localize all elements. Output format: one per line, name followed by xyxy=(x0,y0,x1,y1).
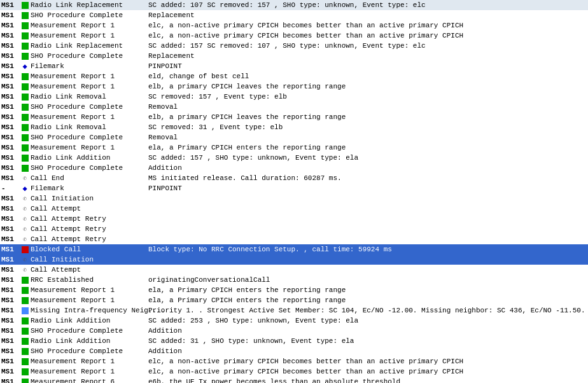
table-row[interactable]: MS1 Missing Intra-frequency Neig.... Pri… xyxy=(0,305,588,316)
cell-event: Call Attempt xyxy=(31,266,148,274)
table-row[interactable]: MS1 ✆ Call End MS initiated release. Cal… xyxy=(0,173,588,183)
cell-event: Call Initiation xyxy=(31,195,148,202)
cell-detail: Addition xyxy=(148,327,587,335)
cell-detail: elc, a non-active primary CPICH becomes … xyxy=(148,32,587,39)
table-row[interactable]: MS1 ✆ Call Initiation xyxy=(0,193,588,204)
cell-event: Missing Intra-frequency Neig.... xyxy=(31,307,148,314)
cell-source: MS1 xyxy=(1,1,19,9)
table-row[interactable]: MS1 Measurement Report 1 elc, a non-acti… xyxy=(0,20,588,31)
cell-event: SHO Procedure Complete xyxy=(31,164,148,172)
cell-source: MS1 xyxy=(1,42,19,50)
table-row[interactable]: MS1 Radio Link Replacement SC added: 157… xyxy=(0,41,588,51)
cell-detail: SC removed: 157 , Event type: elb xyxy=(148,93,587,101)
table-row[interactable]: MS1 ✆ Call Attempt Retry xyxy=(0,234,588,244)
cell-icon: ✆ xyxy=(19,267,31,274)
table-row[interactable]: MS1 Radio Link Addition SC added: 31 , S… xyxy=(0,336,588,346)
cell-detail: ela, a Primary CPICH enters the reportin… xyxy=(148,296,587,304)
cell-source: MS1 xyxy=(1,256,19,263)
table-row[interactable]: MS1 SHO Procedure Complete Addition xyxy=(0,346,588,356)
cell-event: Filemark xyxy=(31,62,148,70)
table-row[interactable]: MS1 Measurement Report 6 e6b, the UE Tx … xyxy=(0,377,588,383)
cell-event: Blocked Call xyxy=(31,246,148,253)
cell-event: Call Attempt Retry xyxy=(31,235,148,243)
table-row[interactable]: MS1 Blocked Call Block type: No RRC Conn… xyxy=(0,244,588,254)
table-row[interactable]: MS1 Measurement Report 1 elc, a non-acti… xyxy=(0,31,588,41)
table-row[interactable]: MS1 Radio Link Removal SC removed: 157 ,… xyxy=(0,92,588,102)
table-row[interactable]: MS1 Measurement Report 1 ela, a Primary … xyxy=(0,295,588,305)
table-row[interactable]: MS1 Measurement Report 1 elc, a non-acti… xyxy=(0,366,588,377)
table-row[interactable]: MS1 Measurement Report 1 ela, a Primary … xyxy=(0,143,588,153)
cell-detail: MS initiated release. Call duration: 602… xyxy=(148,174,587,182)
cell-event: Measurement Report 1 xyxy=(31,368,148,375)
cell-event: SHO Procedure Complete xyxy=(31,103,148,111)
table-row[interactable]: MS1 SHO Procedure Complete Removal xyxy=(0,132,588,143)
cell-event: Measurement Report 1 xyxy=(31,32,148,39)
table-row[interactable]: MS1 Radio Link Addition SC added: 157 , … xyxy=(0,153,588,163)
cell-source: - xyxy=(1,185,19,192)
cell-icon xyxy=(19,328,31,335)
cell-icon: ◆ xyxy=(19,184,31,193)
cell-event: Measurement Report 1 xyxy=(31,296,148,304)
table-row[interactable]: MS1 ✆ Call Attempt Retry xyxy=(0,214,588,224)
cell-detail: Replacement xyxy=(148,52,587,60)
cell-source: MS1 xyxy=(1,195,19,202)
cell-source: MS1 xyxy=(1,225,19,233)
cell-icon xyxy=(19,155,31,162)
table-row[interactable]: MS1 Measurement Report 1 ela, a Primary … xyxy=(0,285,588,295)
table-row[interactable]: - ◆ Filemark PINPOINT xyxy=(0,183,588,193)
table-row[interactable]: MS1 Radio Link Addition SC added: 253 , … xyxy=(0,316,588,326)
cell-icon: ✆ xyxy=(19,256,31,263)
cell-icon xyxy=(19,348,31,355)
cell-source: MS1 xyxy=(1,266,19,274)
table-row[interactable]: MS1 ✆ Call Attempt Retry xyxy=(0,224,588,234)
cell-source: MS1 xyxy=(1,246,19,253)
cell-detail: SC added: 253 , SHO type: unknown, Event… xyxy=(148,317,587,324)
cell-detail: Addition xyxy=(148,164,587,172)
cell-icon xyxy=(19,144,31,151)
cell-source: MS1 xyxy=(1,123,19,131)
cell-icon xyxy=(19,32,31,39)
log-container[interactable]: MS1 Radio Link Replacement SC added: 107… xyxy=(0,0,588,383)
cell-source: MS1 xyxy=(1,11,19,19)
table-row[interactable]: MS1 Measurement Report 1 elc, a non-acti… xyxy=(0,356,588,366)
cell-icon xyxy=(19,124,31,131)
cell-icon xyxy=(19,12,31,19)
cell-icon xyxy=(19,22,31,29)
table-row[interactable]: MS1 Radio Link Removal SC removed: 31 , … xyxy=(0,122,588,132)
cell-icon: ◆ xyxy=(19,62,31,71)
cell-source: MS1 xyxy=(1,144,19,151)
cell-detail: originatingConversationalCall xyxy=(148,276,587,284)
table-row[interactable]: MS1 SHO Procedure Complete Removal xyxy=(0,102,588,112)
cell-event: Filemark xyxy=(31,185,148,192)
table-row[interactable]: MS1 RRC Established originatingConversat… xyxy=(0,275,588,285)
cell-icon xyxy=(19,43,31,50)
cell-event: Call Attempt xyxy=(31,205,148,212)
table-row[interactable]: MS1 ✆ Call Attempt xyxy=(0,204,588,214)
cell-source: MS1 xyxy=(1,134,19,141)
table-row[interactable]: MS1 ✆ Call Initiation xyxy=(0,254,588,265)
cell-source: MS1 xyxy=(1,235,19,243)
table-row[interactable]: MS1 ◆ Filemark PINPOINT xyxy=(0,61,588,71)
table-row[interactable]: MS1 Radio Link Replacement SC added: 107… xyxy=(0,0,588,10)
cell-detail: elc, a non-active primary CPICH becomes … xyxy=(148,22,587,29)
cell-detail: Removal xyxy=(148,134,587,141)
table-row[interactable]: MS1 SHO Procedure Complete Addition xyxy=(0,326,588,336)
cell-source: MS1 xyxy=(1,22,19,29)
cell-event: Measurement Report 1 xyxy=(31,144,148,151)
cell-detail: Replacement xyxy=(148,11,587,19)
table-row[interactable]: MS1 SHO Procedure Complete Replacement xyxy=(0,10,588,20)
table-row[interactable]: MS1 SHO Procedure Complete Replacement xyxy=(0,51,588,61)
table-row[interactable]: MS1 Measurement Report 1 elb, a primary … xyxy=(0,112,588,122)
cell-detail: Block type: No RRC Connection Setup. , c… xyxy=(148,246,587,253)
table-row[interactable]: MS1 SHO Procedure Complete Addition xyxy=(0,163,588,173)
cell-source: MS1 xyxy=(1,215,19,223)
cell-icon xyxy=(19,246,31,253)
cell-event: Radio Link Replacement xyxy=(31,42,148,50)
cell-event: Measurement Report 1 xyxy=(31,83,148,90)
table-row[interactable]: MS1 ✆ Call Attempt xyxy=(0,265,588,275)
table-row[interactable]: MS1 Measurement Report 1 elb, a primary … xyxy=(0,81,588,92)
table-row[interactable]: MS1 Measurement Report 1 eld, change of … xyxy=(0,71,588,81)
cell-icon xyxy=(19,297,31,304)
cell-icon: ✆ xyxy=(19,216,31,223)
cell-icon xyxy=(19,358,31,365)
